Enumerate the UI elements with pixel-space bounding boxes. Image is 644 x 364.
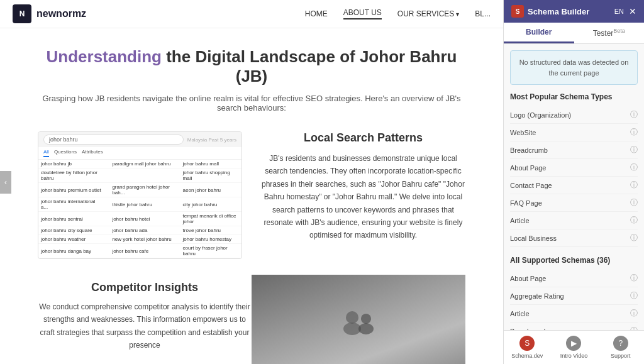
list-item[interactable]: Breadcrumb ⓘ xyxy=(510,141,638,159)
list-item[interactable]: Breadcrumb ⓘ xyxy=(510,323,638,330)
list-item[interactable]: Logo (Organization) ⓘ xyxy=(510,106,638,124)
left-arrow-button[interactable]: ‹ xyxy=(0,171,11,194)
logo-icon: N xyxy=(13,4,31,23)
competitor-image xyxy=(252,275,465,364)
panel-title: Schema Builder xyxy=(528,7,589,16)
competitor-image-col xyxy=(252,275,465,364)
language-button[interactable]: EN xyxy=(614,8,624,15)
svg-point-1 xyxy=(343,323,361,335)
search-tabs: All Questions Attributes xyxy=(38,147,242,160)
site-header: N newnormz HOME ABOUT US OUR SERVICES ▾ … xyxy=(0,0,503,28)
table-row: doubletree by hilton johor bahrujohor ba… xyxy=(38,168,242,183)
most-popular-title: Most Popular Schema Types xyxy=(510,92,638,101)
table-row: johor bahru premium outletgrand paragon … xyxy=(38,183,242,197)
competitor-col: Competitor Insights We conduct comprehen… xyxy=(38,275,252,364)
most-popular-list: Logo (Organization) ⓘ WebSite ⓘ Breadcru… xyxy=(510,106,638,247)
list-item[interactable]: Aggregate Rating ⓘ xyxy=(510,287,638,305)
table-row: johor bahru jbparadigm mall johor bahruj… xyxy=(38,160,242,168)
two-col-section: johor bahru Malaysia Past 5 years All Qu… xyxy=(38,131,465,259)
close-button[interactable]: ✕ xyxy=(629,7,636,16)
all-supported-list: About Page ⓘ Aggregate Rating ⓘ Article … xyxy=(510,270,638,330)
schema-dev-icon: S xyxy=(519,336,535,351)
support-label: Support xyxy=(611,353,631,359)
panel-header: S Schema Builder EN ✕ xyxy=(504,0,644,23)
local-search-text: JB's residents and businesses demonstrat… xyxy=(261,152,465,242)
nav: HOME ABOUT US OUR SERVICES ▾ BL... xyxy=(305,8,491,19)
table-row: johor bahru international a...thistle jo… xyxy=(38,197,242,212)
panel-body: No structured data was detected on the c… xyxy=(504,44,644,330)
logo[interactable]: N newnormz xyxy=(13,4,86,23)
beta-badge: Beta xyxy=(613,28,625,34)
nav-about[interactable]: ABOUT US xyxy=(343,8,382,19)
list-item[interactable]: FAQ Page ⓘ xyxy=(510,194,638,212)
notice-box: No structured data was detected on the c… xyxy=(510,50,638,85)
people-icon xyxy=(340,306,377,344)
nav-services[interactable]: OUR SERVICES ▾ xyxy=(397,9,459,18)
info-icon: ⓘ xyxy=(630,326,638,330)
bottom-section: Competitor Insights We conduct comprehen… xyxy=(38,275,465,364)
schema-dev-label: Schema.dev xyxy=(511,353,543,359)
support-icon: ? xyxy=(613,336,628,351)
info-icon: ⓘ xyxy=(630,308,638,319)
main-website: N newnormz HOME ABOUT US OUR SERVICES ▾ … xyxy=(0,0,503,364)
page-subtitle: Grasping how JB residents navigate the o… xyxy=(38,94,465,113)
info-icon: ⓘ xyxy=(630,145,638,155)
svg-point-0 xyxy=(346,311,358,324)
info-icon: ⓘ xyxy=(630,290,638,301)
panel-tabs: Builder TesterBeta xyxy=(504,23,644,44)
tab-tester[interactable]: TesterBeta xyxy=(574,23,645,43)
local-search-col: Local Search Patterns JB's residents and… xyxy=(261,131,465,242)
list-item[interactable]: WebSite ⓘ xyxy=(510,124,638,141)
competitor-title: Competitor Insights xyxy=(38,281,252,294)
all-supported-title: All Supported Schemas (36) xyxy=(510,256,638,265)
nav-blog[interactable]: BL... xyxy=(475,9,491,18)
table-row: johor bahru sentraljohor bahru hoteltemp… xyxy=(38,212,242,226)
info-icon: ⓘ xyxy=(630,273,638,284)
info-icon: ⓘ xyxy=(630,109,638,120)
chevron-down-icon: ▾ xyxy=(456,11,459,18)
svg-point-2 xyxy=(361,314,371,324)
info-icon: ⓘ xyxy=(630,233,638,243)
list-item[interactable]: Article ⓘ xyxy=(510,212,638,229)
list-item[interactable]: Article ⓘ xyxy=(510,305,638,323)
search-mockup-col: johor bahru Malaysia Past 5 years All Qu… xyxy=(38,131,242,259)
support-button[interactable]: ? Support xyxy=(597,331,644,364)
intro-video-label: Intro Video xyxy=(560,353,587,359)
search-mockup: johor bahru Malaysia Past 5 years All Qu… xyxy=(38,131,242,259)
page-title: Understanding the Digital Landscape of J… xyxy=(38,47,465,86)
table-row: johor bahru city squarejohor bahru adatr… xyxy=(38,226,242,235)
schema-panel-icon: S xyxy=(511,5,524,18)
logo-text: newnormz xyxy=(36,8,86,19)
table-row: johor bahru weathernew york hotel johor … xyxy=(38,235,242,244)
list-item[interactable]: Contact Page ⓘ xyxy=(510,177,638,194)
table-row: johor bahru danga bayjohor bahru cafecou… xyxy=(38,244,242,258)
info-icon: ⓘ xyxy=(630,197,638,208)
play-icon: ▶ xyxy=(566,336,581,351)
list-item[interactable]: About Page ⓘ xyxy=(510,159,638,177)
page-content: Understanding the Digital Landscape of J… xyxy=(0,28,503,364)
info-icon: ⓘ xyxy=(630,127,638,138)
info-icon: ⓘ xyxy=(630,215,638,226)
intro-video-button[interactable]: ▶ Intro Video xyxy=(550,331,597,364)
search-header: johor bahru Malaysia Past 5 years xyxy=(38,132,242,147)
schema-dev-button[interactable]: S Schema.dev xyxy=(504,331,550,364)
info-icon: ⓘ xyxy=(630,180,638,190)
panel-footer: S Schema.dev ▶ Intro Video ? Support xyxy=(504,330,644,364)
list-item[interactable]: Local Business ⓘ xyxy=(510,229,638,247)
tab-builder[interactable]: Builder xyxy=(504,23,574,43)
search-results-table: johor bahru jbparadigm mall johor bahruj… xyxy=(38,160,242,258)
list-item[interactable]: About Page ⓘ xyxy=(510,270,638,287)
nav-home[interactable]: HOME xyxy=(305,9,328,18)
svg-point-3 xyxy=(358,323,374,334)
schema-panel: S Schema Builder EN ✕ Builder TesterBeta… xyxy=(503,0,644,364)
competitor-text: We conduct comprehensive competitor anal… xyxy=(38,301,252,352)
info-icon: ⓘ xyxy=(630,162,638,173)
local-search-title: Local Search Patterns xyxy=(261,131,465,145)
